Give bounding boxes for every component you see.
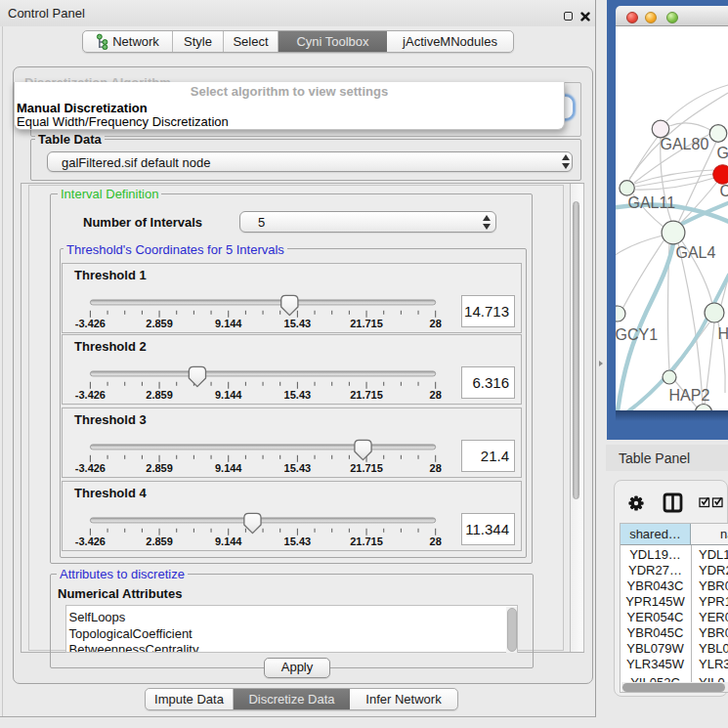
svg-text:-3.426: -3.426 <box>75 389 106 401</box>
svg-text:2.859: 2.859 <box>146 462 173 474</box>
svg-text:21.715: 21.715 <box>350 389 383 401</box>
svg-text:28: 28 <box>430 535 442 547</box>
svg-text:9.144: 9.144 <box>215 462 242 474</box>
svg-text:28: 28 <box>430 462 442 474</box>
svg-text:28: 28 <box>430 389 442 401</box>
svg-text:GAL11: GAL11 <box>628 194 676 211</box>
svg-text:21.715: 21.715 <box>350 462 383 474</box>
svg-text:GAL80: GAL80 <box>661 136 709 152</box>
svg-text:2.859: 2.859 <box>146 318 173 329</box>
svg-text:G.: G. <box>717 145 728 161</box>
svg-text:15.43: 15.43 <box>284 318 312 329</box>
svg-text:-3.426: -3.426 <box>75 535 106 547</box>
svg-text:15.43: 15.43 <box>284 535 312 547</box>
svg-text:GAL4: GAL4 <box>676 244 716 261</box>
svg-text:21.715: 21.715 <box>350 318 383 329</box>
svg-text:2.859: 2.859 <box>146 535 173 547</box>
svg-text:21.715: 21.715 <box>350 535 383 547</box>
svg-text:15.43: 15.43 <box>284 462 312 474</box>
svg-text:15.43: 15.43 <box>284 389 312 401</box>
svg-text:GCY1: GCY1 <box>616 326 658 343</box>
svg-text:C: C <box>720 183 728 199</box>
svg-text:-3.426: -3.426 <box>75 462 106 474</box>
svg-text:HAP2: HAP2 <box>669 387 710 404</box>
svg-text:28: 28 <box>430 318 442 329</box>
svg-text:9.144: 9.144 <box>215 389 242 401</box>
svg-text:9.144: 9.144 <box>215 318 242 329</box>
svg-text:9.144: 9.144 <box>215 535 242 547</box>
svg-text:-3.426: -3.426 <box>75 318 106 329</box>
svg-text:H: H <box>718 325 728 342</box>
svg-text:2.859: 2.859 <box>146 389 173 401</box>
